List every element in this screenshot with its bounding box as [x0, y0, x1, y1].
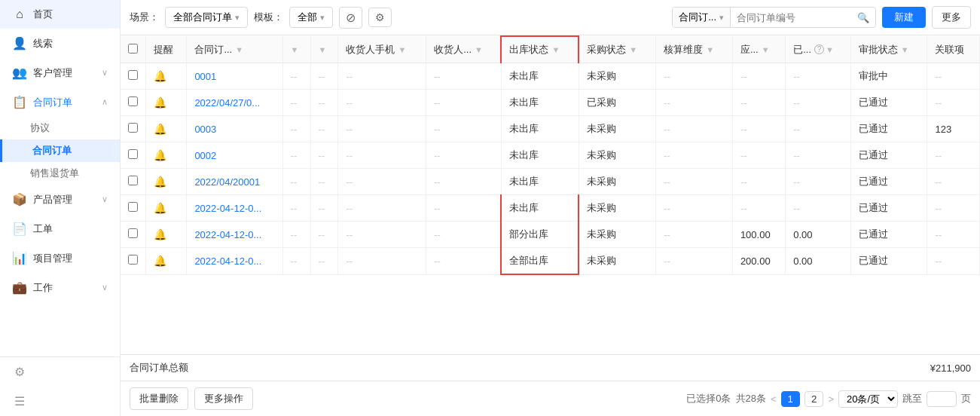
td-already: --	[786, 142, 851, 169]
sidebar-sub-protocol[interactable]: 协议	[0, 117, 120, 139]
collapse-icon: ∧	[102, 97, 108, 107]
row-checkbox[interactable]	[128, 202, 138, 212]
row-checkbox[interactable]	[128, 149, 138, 159]
jump-label: 跳至	[902, 392, 922, 405]
contract-link[interactable]: 2022-04-12-0...	[194, 203, 261, 214]
contract-link[interactable]: 0003	[194, 124, 216, 135]
sidebar-item-home[interactable]: ⌂ 首页	[0, 0, 120, 29]
td-col5: --	[310, 63, 338, 90]
prev-page-icon[interactable]: <	[771, 393, 777, 405]
td-receiver-phone: --	[338, 116, 426, 142]
td-col4: --	[282, 142, 310, 169]
row-checkbox[interactable]	[128, 228, 138, 238]
projects-icon: 📊	[12, 251, 27, 265]
bell-icon: 🔔	[154, 202, 166, 214]
td-purchase-status: 未采购	[579, 116, 655, 142]
search-icon[interactable]: 🔍	[851, 9, 875, 26]
contract-link[interactable]: 2022-04-12-0...	[194, 255, 261, 267]
data-table-container: 提醒 合同订...▼ ▼ ▼ 收货人手机▼ 收货人...▼ 出库状态▼ 采购状态…	[121, 35, 980, 354]
products-icon: 📦	[12, 192, 27, 206]
search-input[interactable]	[731, 9, 851, 26]
td-purchase-status: 未采购	[579, 142, 655, 169]
row-checkbox[interactable]	[128, 255, 138, 265]
row-checkbox[interactable]	[128, 70, 138, 80]
td-approve-status: 已通过	[850, 248, 927, 275]
sidebar-item-list[interactable]: ☰	[0, 387, 120, 416]
td-col5: --	[310, 195, 338, 222]
filter-col4-icon[interactable]: ▼	[291, 45, 299, 54]
filter-check-icon[interactable]: ▼	[706, 45, 714, 54]
td-receiver-phone: --	[338, 195, 426, 222]
filter-already-icon[interactable]: ▼	[826, 45, 834, 54]
sidebar-item-projects[interactable]: 📊 项目管理	[0, 243, 120, 273]
td-checkbox	[121, 222, 146, 248]
sidebar-item-label: 首页	[33, 8, 53, 21]
td-remind: 🔔	[146, 142, 187, 169]
row-checkbox[interactable]	[128, 176, 138, 185]
td-contract-no: 0001	[187, 63, 282, 90]
sidebar-item-customers[interactable]: 👥 客户管理 ∨	[0, 58, 120, 87]
next-page-icon[interactable]: >	[828, 393, 834, 405]
table-row: 🔔 2022/04/27/0... -- -- -- -- 未出库 已采购 --…	[121, 90, 980, 116]
filter-should-icon[interactable]: ▼	[762, 45, 770, 54]
select-all-checkbox[interactable]	[128, 44, 138, 54]
td-checkbox	[121, 195, 146, 222]
filter-button[interactable]: ⊘	[339, 7, 362, 29]
row-checkbox[interactable]	[128, 96, 138, 106]
settings-button[interactable]: ⚙	[368, 8, 392, 27]
filter-purchase-icon[interactable]: ▼	[629, 45, 637, 54]
contract-link[interactable]: 2022/04/20001	[194, 176, 260, 188]
bottom-bar: 批量删除 更多操作 已选择0条 共28条 < 1 2 > 20条/页 跳至 页	[121, 381, 980, 416]
td-already: --	[786, 63, 851, 90]
td-purchase-status: 未采购	[579, 222, 655, 248]
sidebar-item-settings[interactable]: ⚙	[0, 357, 120, 387]
sidebar-item-leads[interactable]: 👤 线索	[0, 29, 120, 58]
batch-delete-button[interactable]: 批量删除	[130, 387, 188, 410]
filter-phone-icon[interactable]: ▼	[398, 45, 406, 54]
sidebar-item-contracts[interactable]: 📋 合同订单 ∧	[0, 87, 120, 117]
table-row: 🔔 2022-04-12-0... -- -- -- -- 全部出库 未采购 -…	[121, 248, 980, 275]
search-type-select[interactable]: 合同订... ▾	[673, 8, 731, 27]
td-col4: --	[282, 90, 310, 116]
customers-icon: 👥	[12, 66, 27, 80]
sidebar-sub-sales-return[interactable]: 销售退货单	[0, 162, 120, 185]
contract-link[interactable]: 2022/04/27/0...	[194, 97, 260, 109]
filter-receiver-icon[interactable]: ▼	[475, 45, 483, 54]
row-checkbox[interactable]	[128, 123, 138, 133]
td-receiver: --	[426, 248, 502, 275]
td-out-status: 未出库	[501, 116, 579, 142]
td-col4: --	[282, 169, 310, 195]
bell-icon: 🔔	[154, 149, 166, 161]
filter-out-icon[interactable]: ▼	[551, 45, 560, 54]
scene-select[interactable]: 全部合同订单 ▾	[165, 7, 248, 28]
contract-link[interactable]: 0001	[194, 71, 216, 82]
template-select[interactable]: 全部 ▾	[289, 7, 333, 28]
page-1-button[interactable]: 1	[781, 391, 800, 407]
contract-link[interactable]: 2022-04-12-0...	[194, 229, 261, 240]
td-col5: --	[310, 222, 338, 248]
page-2-button[interactable]: 2	[804, 391, 823, 407]
jump-input[interactable]	[927, 391, 957, 407]
td-out-status: 全部出库	[501, 248, 579, 275]
td-receiver: --	[426, 116, 502, 142]
td-remind: 🔔	[146, 116, 187, 142]
sidebar-item-products[interactable]: 📦 产品管理 ∨	[0, 185, 120, 214]
page-size-select[interactable]: 20条/页	[838, 390, 898, 408]
filter-approve-icon[interactable]: ▼	[901, 45, 909, 54]
contracts-submenu: 协议 合同订单 销售退货单	[0, 117, 120, 185]
more-button[interactable]: 更多	[932, 6, 971, 29]
filter-contract-icon[interactable]: ▼	[235, 45, 243, 54]
td-purchase-status: 未采购	[579, 169, 655, 195]
sidebar-item-work[interactable]: 💼 工作 ∨	[0, 273, 120, 302]
contract-link[interactable]: 0002	[194, 150, 216, 161]
th-col4: ▼	[282, 36, 310, 63]
td-receiver: --	[426, 63, 502, 90]
td-contract-no: 0003	[187, 116, 282, 142]
new-button[interactable]: 新建	[882, 7, 926, 28]
table-row: 🔔 2022-04-12-0... -- -- -- -- 未出库 未采购 --…	[121, 195, 980, 222]
more-actions-button[interactable]: 更多操作	[194, 387, 253, 410]
td-already: 0.00	[786, 222, 851, 248]
sidebar-sub-contract-order[interactable]: 合同订单	[0, 139, 120, 162]
filter-col5-icon[interactable]: ▼	[319, 45, 327, 54]
sidebar-item-workorder[interactable]: 📄 工单	[0, 214, 120, 243]
